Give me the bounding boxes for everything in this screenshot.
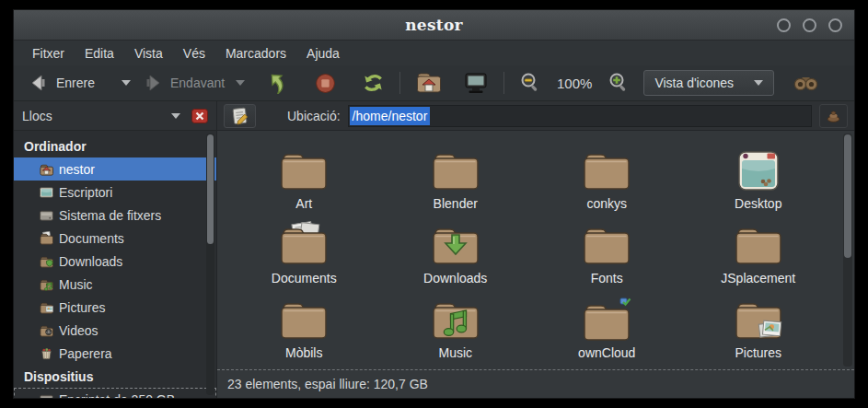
sidebar-row[interactable]: Escriptori bbox=[14, 181, 216, 204]
zoom-in-icon bbox=[608, 72, 630, 94]
music-folder-icon bbox=[38, 277, 54, 292]
stamp-icon bbox=[826, 109, 841, 122]
places-list: Ordinador nestor Escriptori Sist bbox=[14, 131, 216, 398]
desktop-icon bbox=[38, 185, 54, 200]
files-grid: Art Blender conkys bbox=[217, 131, 854, 361]
toolbar-separator bbox=[399, 72, 400, 94]
statusbar: 23 elements, espai lliure: 120,7 GB bbox=[217, 370, 854, 398]
places-caret-icon[interactable] bbox=[171, 113, 180, 119]
sidebar-row-label: Encriptat de 250 GB bbox=[59, 392, 175, 399]
folder-icon bbox=[734, 218, 783, 268]
forward-button[interactable]: Endavant bbox=[137, 70, 251, 96]
sidebar-row[interactable]: Sistema de fitxers bbox=[14, 204, 216, 227]
files-view[interactable]: Art Blender conkys bbox=[217, 131, 854, 370]
sidebar-row-label: Documents bbox=[59, 231, 124, 246]
pictures-large-icon bbox=[734, 293, 783, 343]
file-item[interactable]: Documents bbox=[228, 215, 380, 286]
file-item[interactable]: Fonts bbox=[531, 215, 683, 286]
sidebar-row-label: Ordinador bbox=[24, 139, 87, 154]
sidebar-row[interactable]: Paperera bbox=[14, 342, 216, 365]
computer-button[interactable] bbox=[457, 68, 495, 99]
file-label: Blender bbox=[434, 196, 478, 212]
stop-button[interactable] bbox=[308, 69, 342, 98]
file-manager-window: nestor Fitxer Edita Vista Vés Marcadors … bbox=[13, 9, 855, 399]
window-button-icon[interactable] bbox=[777, 18, 791, 32]
go-up-button[interactable] bbox=[259, 68, 295, 98]
close-sidepane-button[interactable] bbox=[191, 109, 208, 123]
sidebar-row-label: Videos bbox=[59, 323, 98, 338]
go-button[interactable] bbox=[819, 104, 848, 128]
file-label: Desktop bbox=[735, 196, 781, 212]
disk-icon bbox=[38, 392, 54, 399]
file-label: ownCloud bbox=[578, 345, 635, 361]
file-label: conkys bbox=[586, 196, 627, 212]
file-label: Mòbils bbox=[285, 345, 322, 361]
menu-edita[interactable]: Edita bbox=[75, 42, 124, 64]
zoom-in-button[interactable] bbox=[601, 68, 636, 98]
reload-button[interactable] bbox=[355, 68, 391, 98]
binoculars-icon bbox=[793, 74, 818, 92]
file-item[interactable]: Blender bbox=[380, 140, 532, 212]
sidebar-row-label: nestor bbox=[59, 162, 95, 177]
file-item[interactable]: JSplacement bbox=[683, 215, 835, 286]
home-button[interactable] bbox=[409, 67, 449, 99]
location-label: Ubicació: bbox=[287, 109, 341, 123]
sidebar-scrollbar-thumb[interactable] bbox=[207, 134, 214, 244]
back-label: Enrere bbox=[56, 76, 113, 90]
menu-ajuda[interactable]: Ajuda bbox=[296, 42, 350, 64]
back-button[interactable]: Enrere bbox=[23, 70, 137, 96]
view-mode-selector[interactable]: Vista d'icones bbox=[643, 70, 774, 96]
sidebar-row[interactable]: Downloads bbox=[14, 250, 216, 273]
status-text: 23 elements, espai lliure: 120,7 GB bbox=[227, 377, 428, 391]
filesystem-icon bbox=[38, 208, 54, 223]
sidebar-row[interactable]: Ordinador bbox=[14, 134, 216, 157]
menubar: Fitxer Edita Vista Vés Marcadors Ajuda bbox=[14, 41, 854, 65]
music-large-icon bbox=[431, 293, 480, 343]
forward-arrow-icon bbox=[144, 74, 162, 92]
search-button[interactable] bbox=[787, 70, 825, 96]
toolbar: Enrere Endavant bbox=[14, 65, 854, 101]
sidebar-row[interactable]: Pictures bbox=[14, 296, 216, 319]
file-item[interactable]: Pictures bbox=[683, 289, 835, 361]
files-scrollbar[interactable] bbox=[843, 134, 852, 367]
file-label: Music bbox=[438, 345, 472, 361]
file-item[interactable]: Desktop bbox=[683, 140, 835, 212]
forward-history-caret-icon[interactable] bbox=[236, 80, 245, 86]
menu-ves[interactable]: Vés bbox=[173, 42, 215, 64]
sidebar-row[interactable]: Dispositius bbox=[14, 365, 216, 388]
file-item[interactable]: ownCloud bbox=[531, 289, 683, 361]
sidebar-row[interactable]: Encriptat de 250 GB bbox=[14, 388, 216, 398]
sidebar-row[interactable]: nestor bbox=[14, 157, 216, 181]
downloads-large-icon bbox=[431, 218, 480, 268]
zoom-out-button[interactable] bbox=[513, 68, 548, 98]
window-controls bbox=[777, 18, 854, 32]
menu-fitxer[interactable]: Fitxer bbox=[22, 42, 75, 64]
videos-folder-icon bbox=[38, 323, 54, 338]
file-label: JSplacement bbox=[721, 271, 795, 286]
edit-path-button[interactable] bbox=[224, 104, 256, 128]
back-history-caret-icon[interactable] bbox=[122, 80, 131, 86]
file-item[interactable]: conkys bbox=[531, 140, 683, 212]
menu-marcadors[interactable]: Marcadors bbox=[215, 42, 296, 64]
files-scrollbar-thumb[interactable] bbox=[844, 134, 851, 258]
sidebar-row[interactable]: Documents bbox=[14, 227, 216, 250]
file-pane: Art Blender conkys bbox=[217, 131, 854, 398]
sidebar-scrollbar[interactable] bbox=[206, 134, 214, 395]
path-input[interactable]: /home/nestor bbox=[348, 105, 812, 127]
documents-large-icon bbox=[279, 218, 329, 268]
up-arrow-icon bbox=[265, 72, 289, 94]
menu-vista[interactable]: Vista bbox=[124, 42, 173, 64]
file-item[interactable]: Mòbils bbox=[228, 289, 380, 361]
sidebar-row[interactable]: Videos bbox=[14, 319, 216, 342]
file-item[interactable]: Art bbox=[228, 140, 380, 212]
home-folder-icon bbox=[415, 71, 443, 95]
places-header: Llocs bbox=[14, 101, 217, 130]
file-item[interactable]: Music bbox=[380, 289, 532, 361]
window-button-icon[interactable] bbox=[803, 18, 816, 32]
file-label: Pictures bbox=[735, 345, 781, 361]
computer-monitor-icon bbox=[463, 72, 489, 95]
file-item[interactable]: Downloads bbox=[380, 215, 532, 286]
location-bar: Ubicació: /home/nestor bbox=[217, 101, 854, 130]
sidebar-row[interactable]: Music bbox=[14, 273, 216, 296]
window-button-icon[interactable] bbox=[828, 18, 842, 32]
